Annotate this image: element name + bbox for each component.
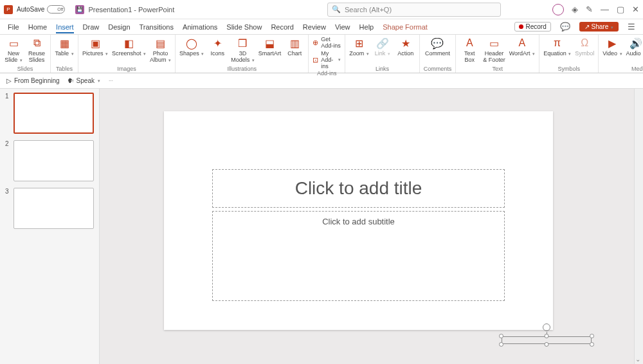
slide-thumbnail-panel: 123	[0, 89, 100, 364]
vertical-scrollbar[interactable]	[634, 89, 643, 364]
video-icon: ▶	[605, 36, 619, 50]
menu-draw[interactable]: Draw	[83, 23, 100, 31]
chevron-down-icon: ▾	[388, 51, 390, 57]
equation-button[interactable]: πEquation ▾	[543, 36, 571, 57]
photo-album-icon: ▤	[154, 36, 168, 50]
smartart-button[interactable]: ⬓SmartArt	[258, 36, 282, 57]
text-box-button[interactable]: AText Box	[460, 36, 479, 64]
group-label: Add-ins	[317, 69, 337, 77]
3d-models-button[interactable]: ❒3D Models ▾	[231, 36, 255, 64]
menu-animations[interactable]: Animations	[183, 23, 217, 31]
chevron-down-icon: ▾	[201, 51, 204, 57]
zoom-button[interactable]: ⊞Zoom ▾	[349, 36, 369, 57]
thumbnail-row: 3	[5, 188, 94, 229]
group-label: Images	[117, 65, 136, 73]
screenshot-button[interactable]: ◧Screenshot ▾	[112, 36, 146, 57]
autosave-label: AutoSave	[17, 6, 44, 13]
minimize-button[interactable]: —	[601, 5, 609, 14]
slide[interactable]: Click to add title Click to add subtitle	[164, 111, 553, 330]
chevron-down-icon: ▾	[620, 51, 622, 57]
title-placeholder[interactable]: Click to add title	[212, 169, 505, 208]
get-addins-button[interactable]: ⊕Get Add-ins	[312, 36, 341, 49]
speak-button[interactable]: 🗣 Speak ▾	[68, 77, 100, 84]
chart-button[interactable]: ▥Chart	[285, 36, 304, 57]
chevron-down-icon: ▾	[105, 51, 108, 57]
chevron-down-icon: ▾	[568, 51, 571, 57]
menu-slide-show[interactable]: Slide Show	[226, 23, 262, 31]
overflow-icon[interactable]: ⋯	[109, 78, 113, 84]
smartart-icon: ⬓	[262, 36, 276, 50]
record-button[interactable]: Record	[514, 22, 551, 32]
chart-icon: ▥	[287, 36, 302, 50]
slide-thumbnail-1[interactable]	[14, 93, 94, 134]
ribbon-group-links: ⊞Zoom ▾🔗Link ▾★ActionLinks	[345, 35, 420, 73]
menu-review[interactable]: Review	[303, 23, 326, 31]
ribbon-options-icon[interactable]: ☰	[628, 22, 635, 32]
resize-handle-bl[interactable]	[499, 342, 503, 347]
video-button[interactable]: ▶Video ▾	[602, 36, 622, 57]
slide-number: 2	[5, 140, 10, 181]
audio-button[interactable]: 🔊Audio ▾	[626, 36, 643, 57]
ribbon-group-symbols: πEquation ▾ΩSymbolSymbols	[539, 35, 599, 73]
my-addins-icon: ⊡	[312, 56, 318, 64]
menu-shape-format[interactable]: Shape Format	[383, 23, 428, 31]
menu-record[interactable]: Record	[271, 23, 293, 31]
ribbon-group-comments: 💬CommentComments	[420, 35, 457, 73]
ribbon-group-tables: ▦Table ▾Tables	[51, 35, 78, 73]
menu-home[interactable]: Home	[28, 23, 47, 31]
share-button[interactable]: ↗ Share ▾	[579, 22, 619, 32]
screenshot-icon: ◧	[122, 36, 136, 50]
menu-insert[interactable]: Insert	[56, 23, 74, 33]
new-slide-button[interactable]: ▭New Slide ▾	[4, 36, 23, 64]
action-button[interactable]: ★Action	[396, 36, 415, 57]
header-footer-button[interactable]: ▭Header & Footer	[483, 36, 505, 64]
maximize-button[interactable]: ▢	[617, 5, 624, 14]
autosave-toggle[interactable]: AutoSave Off	[17, 5, 65, 14]
search-placeholder: Search (Alt+Q)	[345, 6, 392, 14]
close-button[interactable]: ✕	[632, 5, 639, 14]
photo-album-button[interactable]: ▤Photo Album ▾	[150, 36, 171, 64]
ribbon-group-slides: ▭New Slide ▾⧉Reuse SlidesSlides	[0, 35, 51, 73]
group-label: Links	[376, 65, 389, 73]
menu-design[interactable]: Design	[108, 23, 130, 31]
comment-button[interactable]: 💬Comment	[425, 36, 450, 57]
resize-handle-br[interactable]	[590, 342, 594, 347]
resize-handle-bm[interactable]	[545, 342, 549, 347]
resize-handle-tr[interactable]	[590, 334, 594, 338]
autosave-pill[interactable]: Off	[47, 5, 65, 14]
save-icon[interactable]: 💾	[75, 5, 84, 14]
chevron-down-icon: ▾	[168, 58, 171, 63]
search-box[interactable]: 🔍 Search (Alt+Q)	[327, 3, 501, 17]
pencil-icon[interactable]: ✎	[586, 5, 593, 14]
user-avatar[interactable]	[552, 4, 564, 15]
table-button[interactable]: ▦Table ▾	[55, 36, 74, 57]
header-footer-icon: ▭	[487, 36, 502, 50]
menu-help[interactable]: Help	[359, 23, 374, 31]
pictures-button[interactable]: ▣Pictures ▾	[82, 36, 108, 57]
slide-canvas-area[interactable]: Click to add title Click to add subtitle	[100, 89, 634, 364]
menu-file[interactable]: File	[8, 23, 19, 31]
menu-transitions[interactable]: Transitions	[140, 23, 174, 31]
selected-shape[interactable]	[502, 336, 592, 344]
resize-handle-tl[interactable]	[499, 334, 503, 338]
wordart-button[interactable]: AWordArt ▾	[509, 36, 535, 57]
rotate-handle[interactable]	[543, 323, 550, 331]
resize-handle-tm[interactable]	[545, 334, 549, 338]
ribbon-group-illustrations: ◯Shapes ▾✦Icons❒3D Models ▾⬓SmartArt▥Cha…	[176, 35, 309, 73]
shapes-button[interactable]: ◯Shapes ▾	[179, 36, 204, 57]
from-beginning-button[interactable]: ▷ From Beginning	[6, 77, 60, 84]
slide-thumbnail-3[interactable]	[14, 188, 94, 229]
diamond-icon[interactable]: ◈	[572, 5, 578, 14]
play-icon: ▷	[6, 77, 12, 84]
subtitle-placeholder[interactable]: Click to add subtitle	[212, 211, 505, 301]
symbol-button[interactable]: ΩSymbol	[575, 36, 594, 57]
icons-button[interactable]: ✦Icons	[208, 36, 227, 57]
collapse-ribbon-icon[interactable]: ⌄	[635, 356, 640, 363]
reuse-slides-button[interactable]: ⧉Reuse Slides	[27, 36, 46, 64]
link-button[interactable]: 🔗Link ▾	[373, 36, 392, 57]
group-label: Illustrations	[227, 65, 257, 73]
menu-view[interactable]: View	[335, 23, 350, 31]
comments-icon[interactable]: 💬	[560, 22, 570, 32]
my-addins-button[interactable]: ⊡My Add-ins▾	[312, 50, 341, 69]
slide-thumbnail-2[interactable]	[14, 140, 94, 181]
